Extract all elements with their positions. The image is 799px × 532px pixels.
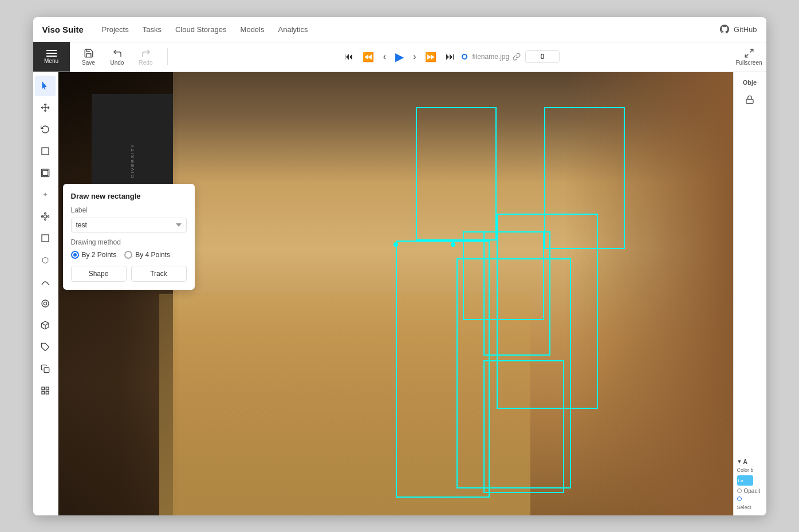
fullscreen-icon bbox=[744, 48, 754, 58]
skip-to-start-button[interactable]: ⏮ bbox=[342, 49, 356, 64]
objects-panel-label: Obje bbox=[743, 77, 757, 88]
draw-popup-title: Draw new rectangle bbox=[71, 192, 187, 200]
cursor-icon bbox=[41, 81, 50, 90]
label-select[interactable]: test bbox=[71, 218, 187, 232]
tool-cursor[interactable] bbox=[35, 76, 56, 96]
color-badge[interactable]: La bbox=[737, 475, 753, 486]
tool-square[interactable] bbox=[35, 228, 56, 249]
app-window: Viso Suite Projects Tasks Cloud Storages… bbox=[33, 17, 766, 515]
save-icon bbox=[84, 48, 94, 58]
opacity-slider-row: Select bbox=[737, 496, 763, 511]
fast-forward-button[interactable]: ⏩ bbox=[423, 49, 439, 65]
radio-by2-option[interactable]: By 2 Points bbox=[71, 251, 117, 259]
radio-by4-label: By 4 Points bbox=[135, 251, 170, 259]
tool-polygon[interactable]: ⬡ bbox=[35, 250, 56, 270]
attributes-label: ▼ A bbox=[737, 459, 763, 465]
app-logo: Viso Suite bbox=[42, 25, 84, 34]
square-icon bbox=[41, 234, 50, 243]
svg-rect-22 bbox=[746, 99, 753, 103]
bbox-person-1 bbox=[416, 107, 497, 240]
lock-icon-panel[interactable] bbox=[741, 90, 759, 109]
svg-rect-4 bbox=[42, 148, 49, 155]
github-label: GitHub bbox=[734, 25, 757, 34]
tool-curve[interactable] bbox=[35, 271, 56, 292]
label-field-label: Label bbox=[71, 206, 187, 214]
filename-area: filename.jpg bbox=[472, 53, 521, 61]
draw-rectangle-popup: Draw new rectangle Label test Drawing me… bbox=[63, 184, 195, 290]
svg-line-0 bbox=[750, 49, 753, 52]
drawing-method-label: Drawing method bbox=[71, 238, 187, 246]
toolbar-separator bbox=[167, 48, 168, 65]
radio-by2-label: By 2 Points bbox=[82, 251, 117, 259]
skip-to-end-button[interactable]: ⏭ bbox=[443, 49, 457, 64]
circle-icon bbox=[41, 299, 50, 308]
left-sidebar: ✦ ⬡ bbox=[33, 72, 58, 515]
frame-input[interactable] bbox=[525, 50, 560, 63]
nav-models[interactable]: Models bbox=[241, 23, 265, 36]
nav-cloud-storages[interactable]: Cloud Storages bbox=[175, 23, 227, 36]
redo-icon bbox=[141, 48, 151, 58]
svg-rect-18 bbox=[42, 387, 45, 390]
toolbar-actions: Save Undo Redo bbox=[70, 42, 165, 72]
nav-analytics[interactable]: Analytics bbox=[278, 23, 308, 36]
cluster-icon bbox=[41, 212, 50, 221]
undo-button[interactable]: Undo bbox=[103, 42, 132, 72]
step-forward-button[interactable]: › bbox=[411, 49, 418, 64]
svg-line-1 bbox=[745, 54, 748, 57]
radio-by4-circle bbox=[124, 251, 132, 259]
opacity-dot bbox=[737, 496, 742, 501]
bbox-point-tr bbox=[451, 242, 455, 247]
track-button[interactable]: Track bbox=[131, 266, 187, 282]
svg-rect-21 bbox=[46, 391, 49, 394]
bbox-person-8 bbox=[483, 360, 564, 493]
save-button[interactable]: Save bbox=[74, 42, 103, 72]
tool-tag[interactable] bbox=[35, 337, 56, 357]
svg-point-8 bbox=[45, 212, 46, 214]
nav-projects[interactable]: Projects bbox=[102, 23, 129, 36]
opacity-row: Opacit bbox=[737, 488, 763, 494]
shape-button[interactable]: Shape bbox=[71, 266, 127, 282]
tool-rectangle[interactable] bbox=[35, 141, 56, 161]
fullscreen-label: Fullscreen bbox=[735, 60, 762, 66]
tool-move[interactable] bbox=[35, 97, 56, 118]
svg-point-10 bbox=[45, 219, 46, 220]
tool-grid[interactable] bbox=[35, 380, 56, 401]
tool-crop[interactable] bbox=[35, 163, 56, 183]
tool-copy[interactable] bbox=[35, 358, 56, 379]
menu-button[interactable]: Menu bbox=[33, 42, 70, 72]
canvas-area[interactable]: DIVERSITY Draw bbox=[58, 72, 733, 515]
toolbar: Menu Save Undo bbox=[33, 42, 766, 72]
svg-point-11 bbox=[41, 215, 43, 217]
curve-icon bbox=[41, 277, 50, 286]
opacity-label: Opacit bbox=[744, 488, 761, 494]
hamburger-icon bbox=[46, 50, 57, 57]
color-label: Color b bbox=[737, 467, 763, 473]
tool-rotate[interactable] bbox=[35, 119, 56, 140]
opacity-circle bbox=[737, 488, 742, 493]
svg-rect-12 bbox=[42, 235, 49, 242]
svg-rect-20 bbox=[42, 391, 45, 394]
cube-icon bbox=[41, 321, 50, 330]
rectangle-icon bbox=[41, 147, 50, 156]
tool-cluster[interactable] bbox=[35, 206, 56, 227]
move-icon bbox=[41, 103, 50, 112]
tool-magic-wand[interactable]: ✦ bbox=[35, 184, 56, 205]
right-panel: Obje ▼ A Color b La Opacit bbox=[733, 72, 766, 515]
main-area: ✦ ⬡ bbox=[33, 72, 766, 515]
github-link[interactable]: GitHub bbox=[720, 25, 757, 34]
tool-cube[interactable] bbox=[35, 315, 56, 336]
select-label: Select bbox=[737, 505, 751, 510]
redo-button[interactable]: Redo bbox=[132, 42, 160, 72]
play-button[interactable]: ▶ bbox=[393, 48, 406, 66]
svg-rect-17 bbox=[44, 368, 49, 373]
rotate-icon bbox=[41, 125, 50, 134]
bbox-point-tl bbox=[393, 242, 398, 247]
radio-by4-option[interactable]: By 4 Points bbox=[124, 251, 170, 259]
rewind-fast-button[interactable]: ⏪ bbox=[360, 49, 376, 65]
tag-icon bbox=[41, 342, 50, 352]
step-back-button[interactable]: ‹ bbox=[381, 49, 388, 64]
svg-point-7 bbox=[44, 215, 46, 218]
tool-circle[interactable] bbox=[35, 293, 56, 314]
nav-tasks[interactable]: Tasks bbox=[143, 23, 162, 36]
fullscreen-button[interactable]: Fullscreen bbox=[732, 42, 766, 72]
